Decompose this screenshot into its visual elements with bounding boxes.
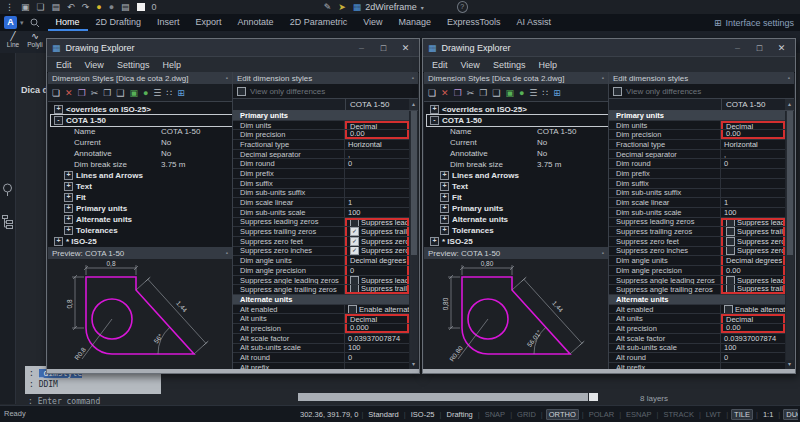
tree-item[interactable]: +Lines and Arrows (61, 170, 232, 181)
grid-row[interactable]: Alt unitsDecimal (233, 314, 409, 324)
grid-checkbox[interactable] (726, 276, 735, 285)
tree-item[interactable]: +Tolerances (437, 225, 608, 236)
grid-checkbox[interactable] (726, 227, 735, 236)
pin-icon[interactable]: ▪ (788, 75, 790, 81)
status-toggle-polar[interactable]: POLAR (587, 410, 616, 419)
pin-icon[interactable]: ▪ (602, 75, 604, 81)
grid-row[interactable]: Alt scale factor0.03937007874 (609, 334, 785, 344)
grid-row[interactable]: Alt prefix (233, 363, 409, 369)
grid-row[interactable]: Suppress zero inches✓Suppress zero inche… (233, 247, 409, 257)
grid-row[interactable]: Suppress angle trailing zerosSuppress tr… (233, 285, 409, 295)
grid-row[interactable]: Dim sub-units suffix (233, 189, 409, 199)
grid-row[interactable]: Suppress zero inchesSuppress zero inches (609, 247, 785, 257)
paste-icon[interactable]: ❑ (116, 88, 124, 98)
tree-item[interactable]: Dim break size3.75 m (61, 159, 232, 170)
grid-row[interactable]: Alt precision0.00 (609, 324, 785, 334)
tree-item[interactable]: Dim break size3.75 m (437, 159, 608, 170)
icons-view-icon[interactable]: ∷ (542, 88, 548, 98)
tab-manage[interactable]: Manage (391, 14, 440, 31)
tree-item[interactable]: +Text (61, 181, 232, 192)
grid-row[interactable]: Alt unitsDecimal (609, 314, 785, 324)
paste-icon[interactable]: ❑ (492, 88, 500, 98)
grid-row[interactable]: Dim scale linear1 (609, 198, 785, 208)
tips-icon[interactable] (2, 183, 13, 197)
grid-row[interactable]: Dim suffix (609, 179, 785, 189)
grid-row[interactable]: Dim round0 (609, 159, 785, 169)
tree-item[interactable]: CurrentNo (437, 137, 608, 148)
icons-view-icon[interactable]: ∷ (166, 88, 172, 98)
grid-checkbox[interactable] (726, 285, 735, 293)
structure-panel-icon[interactable] (2, 215, 13, 229)
grid-row[interactable]: Dim suffix (233, 179, 409, 189)
menu-help[interactable]: Help (162, 60, 181, 70)
delete-style-icon[interactable]: ✕ (65, 88, 73, 98)
tree-view-icon[interactable]: ⊞ (553, 88, 561, 98)
grid-row[interactable]: Alt enabledEnable alternate units (609, 305, 785, 315)
scroll-down-icon[interactable]: ▾ (785, 360, 794, 369)
line-tool[interactable]: ╱Line (2, 31, 24, 48)
maximize-button[interactable]: □ (751, 43, 768, 53)
diff-checkbox[interactable] (613, 87, 622, 96)
grid-row[interactable]: Dim unitsDecimal (233, 121, 409, 131)
tree-item[interactable]: +Primary units (61, 203, 232, 214)
tree-item[interactable]: +<overrides on ISO-25> (427, 104, 608, 115)
grid-row[interactable]: Suppress angle trailing zerosSuppress tr… (609, 285, 785, 295)
tab-home[interactable]: Home (48, 14, 88, 31)
grid-checkbox[interactable] (350, 218, 359, 226)
grid-row[interactable]: Dim angle unitsDecimal degrees (609, 256, 785, 266)
tree-item[interactable]: -COTA 1-50 (51, 115, 232, 126)
pin-icon[interactable]: ▪ (226, 250, 228, 256)
grid-row[interactable]: Dim prefix (233, 169, 409, 179)
grid-row[interactable]: Dim angle precision0.00 (609, 266, 785, 276)
app-menu-caret-icon[interactable]: ▾ (20, 19, 24, 27)
status-toggle-iso-25[interactable]: ISO-25 (409, 410, 437, 419)
menu-settings[interactable]: Settings (117, 60, 150, 70)
minimize-button[interactable]: – (729, 43, 746, 53)
update-icon[interactable]: ● (519, 88, 524, 98)
maximize-button[interactable]: □ (375, 43, 392, 53)
grid-row[interactable]: Decimal separator, (233, 150, 409, 160)
polyline-tool[interactable]: ∿Polyli (24, 31, 46, 48)
list-view-icon[interactable]: ☰ (529, 88, 537, 98)
status-toggle-esnap[interactable]: ESNAP (624, 410, 653, 419)
menu-edit[interactable]: Edit (432, 60, 448, 70)
tab-expresstools[interactable]: ExpressTools (439, 14, 509, 31)
search-icon[interactable] (30, 18, 40, 28)
print-icon[interactable]: ▤ (121, 2, 130, 12)
grid-row[interactable]: Alt sub-units scale100 (609, 344, 785, 354)
grid-row[interactable]: Alt prefix (609, 363, 785, 369)
tree-item[interactable]: +* ISO-25 (427, 236, 608, 247)
tab-view[interactable]: View (355, 14, 390, 31)
cut-icon[interactable]: ✂ (467, 88, 475, 98)
status-toggle-tile[interactable]: TILE (731, 409, 753, 420)
grid-row[interactable]: Suppress leading zerosSuppress leading z… (609, 218, 785, 228)
grid-row[interactable]: Alt sub-units scale100 (233, 344, 409, 354)
tree-item[interactable]: +* ISO-25 (51, 236, 232, 247)
diff-checkbox[interactable] (237, 87, 246, 96)
tree-item[interactable]: +Primary units (437, 203, 608, 214)
menu-view[interactable]: View (461, 60, 480, 70)
grid-checkbox[interactable] (350, 285, 359, 293)
tab-export[interactable]: Export (188, 14, 230, 31)
status-toggle-grid[interactable]: GRID (515, 410, 538, 419)
pin-icon[interactable]: ▪ (226, 75, 228, 81)
grid-row[interactable]: Alt precision0.000 (233, 324, 409, 334)
tree-item[interactable]: AnnotativeNo (437, 148, 608, 159)
scroll-up-icon[interactable]: ▴ (409, 99, 418, 110)
toolbar-grip[interactable]: ⋮ (5, 0, 14, 14)
undo-icon[interactable]: ↶ (67, 2, 75, 12)
grid-row[interactable]: Dim unitsDecimal (609, 121, 785, 131)
cut-icon[interactable]: ✂ (91, 88, 99, 98)
horizontal-scrollbar[interactable] (298, 393, 588, 401)
new-drawing-icon[interactable]: ❏ (37, 2, 45, 12)
tree-item[interactable]: +Lines and Arrows (437, 170, 608, 181)
grid-row[interactable]: Suppress trailing zeros✓Suppress trailin… (233, 227, 409, 237)
grid-row[interactable]: Dim sub-units scale100 (233, 208, 409, 218)
dialog-title-bar[interactable]: ▦ Drawing Explorer – □ ✕ (47, 39, 419, 57)
new-child-style-icon[interactable]: ❐ (78, 88, 86, 98)
grid-row[interactable]: Alt scale factor0.03937007874 (233, 334, 409, 344)
set-current-icon[interactable]: ▣ (505, 88, 514, 98)
grid-row[interactable]: Dim scale linear1 (233, 198, 409, 208)
grid-row[interactable]: Alt enabledEnable alternate units (233, 305, 409, 315)
tree-item[interactable]: NameCOTA 1-50 (61, 126, 232, 137)
